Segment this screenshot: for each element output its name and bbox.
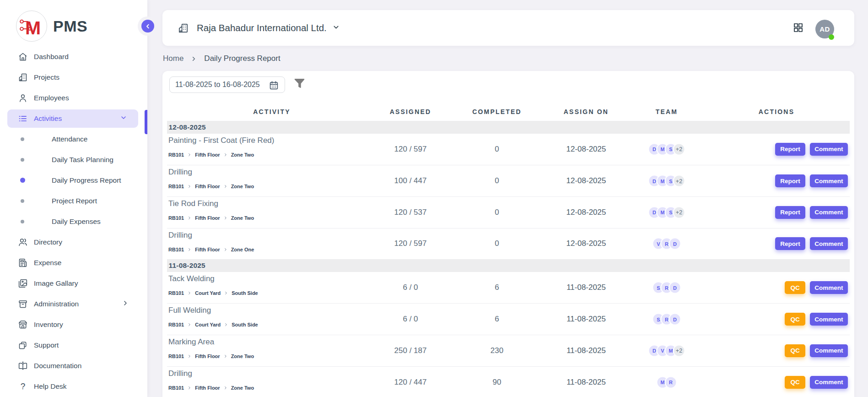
svg-text:M: M [25,17,41,37]
